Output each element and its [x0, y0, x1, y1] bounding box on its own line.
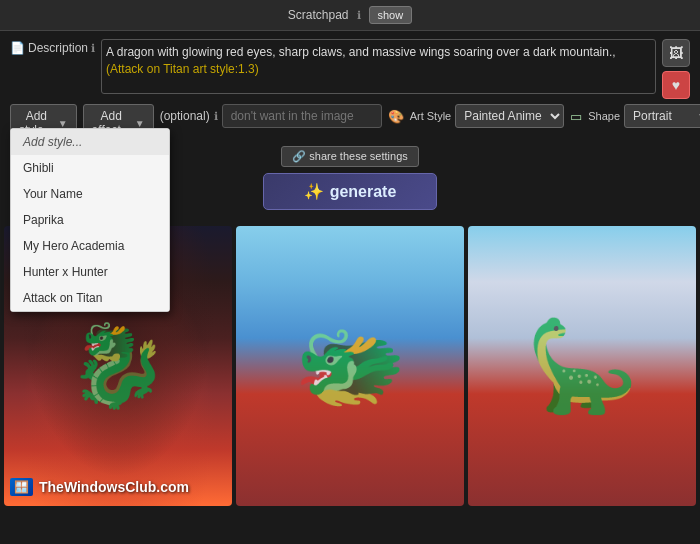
show-button[interactable]: show — [369, 6, 413, 24]
image-upload-button[interactable]: 🖼 — [662, 39, 690, 67]
style-arrow-icon: ▼ — [58, 118, 68, 129]
style-menu-item-paprika[interactable]: Paprika — [11, 207, 169, 233]
doc-icon: 📄 — [10, 41, 25, 55]
share-settings-button[interactable]: 🔗 share these settings — [281, 146, 419, 167]
scratchpad-info-icon[interactable]: ℹ — [357, 9, 361, 22]
style-menu-item-ghibli[interactable]: Ghibli — [11, 155, 169, 181]
style-dropdown-container: Add style... ▼ Add style... Ghibli Your … — [10, 104, 77, 142]
style-menu-item-hunter[interactable]: Hunter x Hunter — [11, 259, 169, 285]
generate-label: generate — [330, 183, 397, 201]
shape-group: ▭ Shape Portrait Landscape Square — [570, 104, 700, 128]
art-style-label: Art Style — [410, 110, 452, 122]
style-menu: Add style... Ghibli Your Name Paprika My… — [10, 128, 170, 312]
style-menu-item-yourname[interactable]: Your Name — [11, 181, 169, 207]
shape-icon: ▭ — [570, 109, 582, 124]
dragon-image-right[interactable] — [468, 226, 696, 506]
generate-button[interactable]: ✨ generate — [263, 173, 438, 210]
art-style-select[interactable]: Painted Anime Digital Art Sketch Waterco… — [455, 104, 564, 128]
negative-info-icon[interactable]: ℹ — [214, 110, 218, 123]
watermark-text: TheWindowsClub.com — [39, 479, 189, 495]
description-input[interactable] — [101, 39, 656, 94]
scratchpad-label: Scratchpad — [288, 8, 349, 22]
negative-label: (optional) — [160, 109, 210, 123]
top-bar: Scratchpad ℹ show — [0, 0, 700, 31]
shape-label: Shape — [588, 110, 620, 122]
watermark-w-icon: 🪟 — [14, 480, 29, 494]
watermark-logo: 🪟 — [10, 478, 33, 496]
style-menu-item-aot[interactable]: Attack on Titan — [11, 285, 169, 311]
negative-input[interactable] — [222, 104, 382, 128]
watermark: 🪟 TheWindowsClub.com — [10, 478, 189, 496]
style-menu-item-addstyle[interactable]: Add style... — [11, 129, 169, 155]
heart-button[interactable]: ♥ — [662, 71, 690, 99]
effect-arrow-icon: ▼ — [135, 118, 145, 129]
description-info-icon[interactable]: ℹ — [91, 42, 95, 55]
style-menu-item-myhero[interactable]: My Hero Academia — [11, 233, 169, 259]
description-label: 📄 Description ℹ — [10, 41, 95, 55]
shape-select[interactable]: Portrait Landscape Square — [624, 104, 700, 128]
art-style-group: 🎨 Art Style Painted Anime Digital Art Sk… — [388, 104, 565, 128]
main-area: 📄 Description ℹ A dragon with glowing re… — [0, 31, 700, 226]
share-label: share these settings — [309, 150, 407, 162]
link-icon: 🔗 — [292, 150, 306, 162]
sparkle-icon: ✨ — [304, 182, 324, 201]
dragon-image-middle[interactable] — [236, 226, 464, 506]
side-buttons: 🖼 ♥ — [662, 39, 690, 99]
palette-icon: 🎨 — [388, 109, 404, 124]
